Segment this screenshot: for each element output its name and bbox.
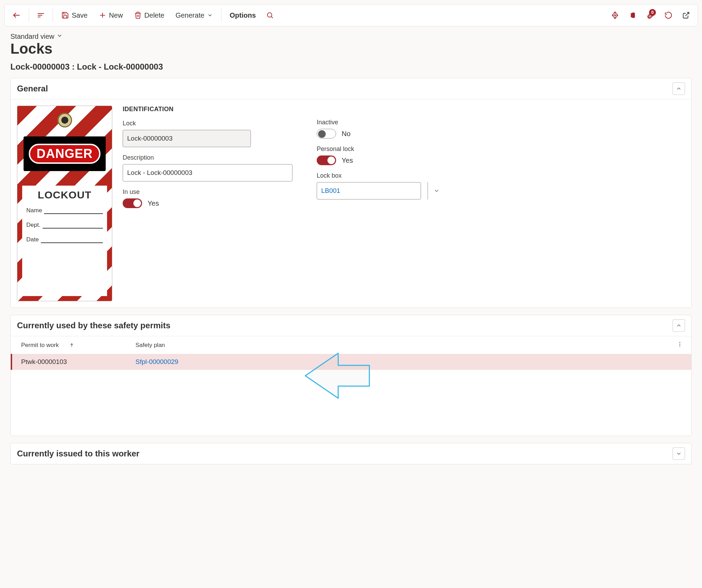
description-label: Description [123,154,292,161]
grid-more-button[interactable] [675,340,684,350]
panel-permits-title: Currently used by these safety permits [17,321,170,330]
danger-text: DANGER [29,144,100,164]
separator [53,8,53,22]
delete-label: Delete [144,11,165,19]
lockbox-field: Lock box [317,172,476,199]
panel-general-title: General [17,84,48,93]
save-button[interactable]: Save [56,9,93,21]
inactive-toggle[interactable] [317,129,336,139]
popout-icon [682,11,690,19]
sort-ascending-icon [69,343,74,348]
svg-point-14 [679,346,680,346]
svg-point-12 [679,342,680,343]
panel-worker-header[interactable]: Currently issued to this worker [11,443,691,464]
plus-icon [99,11,106,19]
grid-header: Permit to work Safety plan [11,336,691,354]
panel-general-header[interactable]: General [11,78,691,99]
separator [29,8,29,22]
options-label: Options [230,11,256,19]
dataverse-button[interactable] [607,9,623,21]
view-selector-label: Standard view [10,33,54,41]
personal-lock-field: Personal lock Yes [317,145,476,165]
description-field: Description [123,154,292,181]
cell-permit: Ptwk-00000103 [21,358,135,366]
description-input[interactable] [123,164,292,181]
lock-input[interactable] [123,130,251,147]
command-bar: Save New Delete Generate Options [4,4,698,26]
svg-line-9 [272,17,273,18]
lock-tag-image: DANGER LOCKOUT Name Dept. Date [17,106,112,301]
view-selector[interactable]: Standard view [4,26,698,41]
lock-field: Lock [123,120,292,147]
inuse-label: In use [123,188,292,196]
options-button[interactable]: Options [225,9,261,21]
new-button[interactable]: New [94,9,128,21]
col-safety-plan[interactable]: Safety plan [135,342,165,348]
separator [221,8,221,22]
personal-lock-toggle[interactable] [317,155,336,165]
delete-button[interactable]: Delete [129,9,169,21]
search-icon [266,11,274,19]
lockbox-label: Lock box [317,172,476,179]
popout-button[interactable] [678,9,694,21]
dataverse-icon [611,11,619,19]
attachments-badge: 0 [649,9,656,16]
panel-issued-worker: Currently issued to this worker [10,443,692,464]
inactive-field: Inactive No [317,119,476,139]
generate-button[interactable]: Generate [170,9,217,21]
refresh-button[interactable] [660,9,677,21]
collapse-button[interactable] [673,319,685,332]
lock-label: Lock [123,120,292,127]
cell-safety-plan-link[interactable]: Sfpl-00000029 [135,358,178,365]
expand-button[interactable] [673,447,685,460]
lines-icon [37,11,45,19]
grid-row[interactable]: Ptwk-00000103 Sfpl-00000029 [11,354,691,370]
identification-heading: IDENTIFICATION [123,106,292,113]
svg-point-13 [679,344,680,345]
personal-lock-label: Personal lock [317,145,476,153]
chevron-down-icon [207,12,213,18]
inuse-toggle[interactable] [123,198,142,208]
chevron-down-icon [56,33,63,41]
search-button[interactable] [262,9,278,21]
record-title: Lock-00000003 : Lock - Lock-00000003 [10,60,692,78]
trash-icon [134,11,142,19]
inactive-label: Inactive [317,119,476,126]
inuse-value: Yes [148,199,159,207]
panel-safety-permits: Currently used by these safety permits P… [10,315,692,436]
edit-filter-button[interactable] [33,9,49,21]
svg-line-10 [685,12,689,16]
col-permit-to-work[interactable]: Permit to work [21,342,59,349]
back-button[interactable] [8,9,25,22]
new-label: New [109,11,123,19]
inuse-field: In use Yes [123,188,292,208]
attachments-button[interactable]: 0 [642,9,659,21]
collapse-button[interactable] [673,82,685,95]
personal-lock-value: Yes [342,157,353,164]
inactive-value: No [342,130,351,138]
lockbox-input[interactable] [317,182,421,199]
refresh-icon [664,11,673,19]
office-icon [629,11,637,19]
lockout-text: LOCKOUT [26,189,103,201]
panel-general: General DANGER LOCKOUT Name Dept. Date [10,78,692,308]
save-icon [61,11,69,19]
svg-point-8 [267,13,272,17]
generate-label: Generate [175,11,204,19]
page-title: Locks [4,41,698,60]
arrow-left-icon [12,11,21,20]
danger-plate: DANGER [24,136,106,171]
save-label: Save [72,11,88,19]
office-button[interactable] [625,9,641,21]
panel-permits-header[interactable]: Currently used by these safety permits [11,315,691,336]
lockbox-dropdown-button[interactable] [428,182,445,199]
panel-worker-title: Currently issued to this worker [17,449,139,458]
